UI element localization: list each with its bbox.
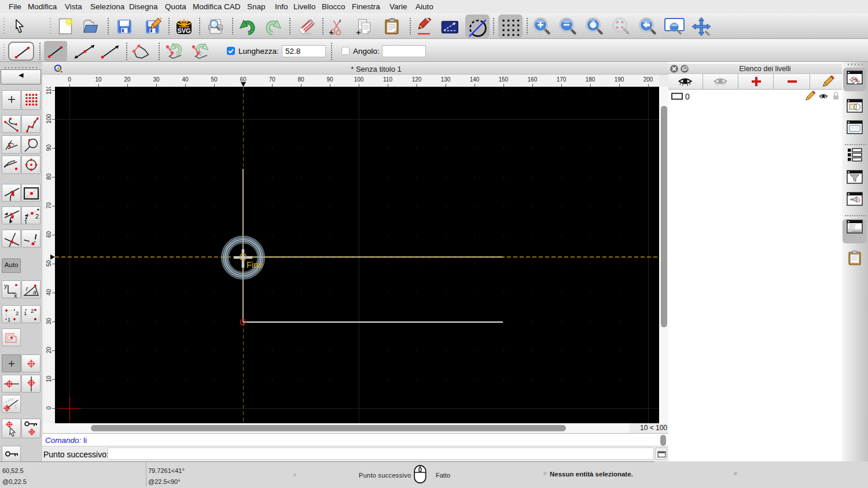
svg-text:y: y bbox=[4, 282, 8, 289]
svg-text:Fine: Fine bbox=[247, 260, 263, 269]
svg-text:1: 1 bbox=[24, 218, 28, 224]
svg-text:0: 0 bbox=[685, 92, 690, 101]
svg-text:2: 2 bbox=[35, 213, 39, 220]
svg-text:2: 2 bbox=[16, 310, 19, 316]
svg-text:2: 2 bbox=[31, 308, 34, 314]
svg-text:x: x bbox=[14, 292, 17, 298]
svg-text:SVG: SVG bbox=[177, 27, 190, 34]
svg-text:a: a bbox=[33, 289, 36, 295]
svg-text:1: 1 bbox=[24, 310, 27, 316]
svg-text:r: r bbox=[26, 286, 28, 292]
svg-text:c command: c command bbox=[849, 230, 860, 232]
svg-text:1: 1 bbox=[8, 316, 10, 323]
